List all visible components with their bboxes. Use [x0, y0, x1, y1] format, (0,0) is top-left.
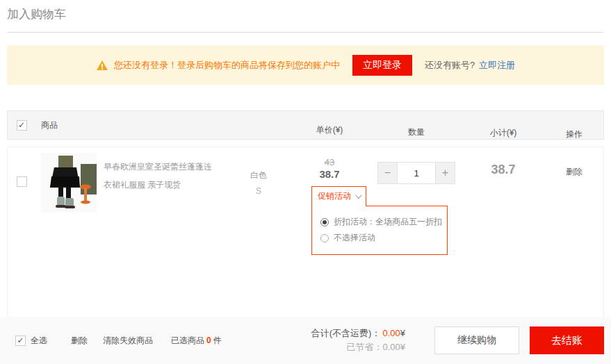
- product-spec: 白色 S: [238, 147, 279, 196]
- table-header-row: 商品 单价(¥) 数量 小计(¥) 操作: [7, 110, 604, 140]
- promo-option-label: 不选择活动: [334, 230, 375, 246]
- currency-symbol: ¥: [400, 328, 405, 338]
- selected-count: 0: [204, 336, 213, 345]
- item-checkbox-cell: [8, 147, 35, 187]
- saved-value: 0.00¥: [382, 342, 405, 352]
- saved-line: 已节省：0.00¥: [311, 340, 405, 354]
- register-link[interactable]: 立即注册: [479, 59, 515, 72]
- login-button[interactable]: 立即登录: [352, 55, 412, 76]
- total-label: 合计(不含运费)：: [311, 328, 381, 338]
- radio-selected-icon: [320, 218, 329, 226]
- radio-unselected-icon: [320, 234, 329, 242]
- product-title[interactable]: 早春欧洲皇室圣诞蕾丝蓬蓬连衣裙礼服服 亲子现货: [104, 158, 216, 194]
- select-all-label[interactable]: 全选: [31, 335, 47, 347]
- item-subtotal: 38.7: [491, 163, 515, 176]
- quantity-increase-button[interactable]: +: [435, 162, 455, 184]
- product-size: S: [238, 186, 279, 196]
- header-unit-price: 单价(¥): [288, 115, 371, 136]
- clear-invalid-link[interactable]: 清除失效商品: [103, 335, 153, 347]
- header-checkbox-cell: [8, 120, 35, 131]
- totals-block: 合计(不含运费)：0.00¥ 已节省：0.00¥: [311, 326, 405, 354]
- saved-label: 已节省：: [346, 342, 382, 352]
- quantity-input[interactable]: [398, 162, 435, 184]
- product-color: 白色: [238, 169, 279, 181]
- total-value: 0.00: [380, 328, 400, 338]
- quantity-cell: − +: [371, 147, 462, 184]
- unit-price: 38.7: [288, 168, 371, 180]
- no-account-text: 还没有账号?: [425, 59, 475, 72]
- promo-toggle[interactable]: 促销活动: [311, 186, 366, 206]
- quantity-stepper: − +: [377, 162, 455, 184]
- product-image[interactable]: [41, 153, 97, 213]
- warning-triangle-icon: [96, 60, 108, 71]
- footer-bar: 全选 删除 清除失效商品 已选商品0件 合计(不含运费)：0.00¥ 已节省：0…: [0, 317, 611, 364]
- checkout-button[interactable]: 去结账: [530, 326, 604, 354]
- continue-shopping-button[interactable]: 继续购物: [434, 326, 519, 354]
- divider: [7, 32, 604, 33]
- page-title: 加入购物车: [0, 0, 611, 22]
- subtotal-cell: 38.7: [462, 147, 545, 177]
- chevron-down-icon: [355, 192, 362, 199]
- delete-item-link[interactable]: 删除: [566, 167, 583, 176]
- product-cell: 早春欧洲皇室圣诞蕾丝蓬蓬连衣裙礼服服 亲子现货 白色 S: [35, 147, 288, 213]
- header-quantity: 数量: [371, 112, 462, 138]
- login-warning-banner: 您还没有登录！登录后购物车的商品将保存到您的账户中 立即登录 还没有账号? 立即…: [7, 45, 604, 85]
- delete-selected-link[interactable]: 删除: [71, 335, 88, 347]
- header-action: 操作: [545, 110, 603, 140]
- promo-label: 促销活动: [318, 190, 351, 202]
- promo-panel: 折扣活动：全场商品五一折扣 不选择活动: [311, 206, 448, 255]
- unit-price-cell: 43 38.7 促销活动 折扣活动：全场商品五一折扣: [288, 147, 371, 206]
- header-product: 商品: [35, 119, 288, 131]
- item-checkbox[interactable]: [17, 176, 27, 187]
- selected-suffix: 件: [213, 336, 222, 345]
- cart-table: 商品 单价(¥) 数量 小计(¥) 操作: [7, 110, 604, 320]
- selected-prefix: 已选商品: [171, 336, 204, 345]
- original-price: 43: [288, 157, 371, 167]
- select-all-header-checkbox[interactable]: [17, 120, 27, 131]
- selected-count-info: 已选商品0件: [171, 335, 222, 347]
- cart-item-row: 早春欧洲皇室圣诞蕾丝蓬蓬连衣裙礼服服 亲子现货 白色 S 43 38.7 促销活…: [7, 147, 604, 320]
- promo-option-discount[interactable]: 折扣活动：全场商品五一折扣: [320, 214, 439, 230]
- cart-page: 加入购物车 您还没有登录！登录后购物车的商品将保存到您的账户中 立即登录 还没有…: [0, 0, 611, 364]
- select-all-footer-checkbox[interactable]: [15, 336, 26, 346]
- warning-message-group: 您还没有登录！登录后购物车的商品将保存到您的账户中: [96, 59, 340, 72]
- action-cell: 删除: [545, 147, 603, 178]
- header-subtotal: 小计(¥): [462, 112, 545, 139]
- promo-option-label: 折扣活动：全场商品五一折扣: [334, 214, 442, 230]
- promo-option-none[interactable]: 不选择活动: [320, 230, 439, 246]
- total-line: 合计(不含运费)：0.00¥: [311, 326, 405, 340]
- promo-dropdown: 促销活动 折扣活动：全场商品五一折扣 不选择活动: [311, 186, 366, 206]
- quantity-decrease-button[interactable]: −: [377, 162, 398, 184]
- warning-message: 您还没有登录！登录后购物车的商品将保存到您的账户中: [114, 59, 340, 72]
